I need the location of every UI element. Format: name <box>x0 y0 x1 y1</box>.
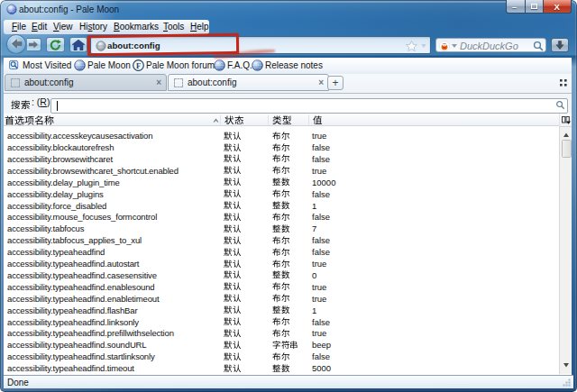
svg-text:F: F <box>136 60 141 69</box>
